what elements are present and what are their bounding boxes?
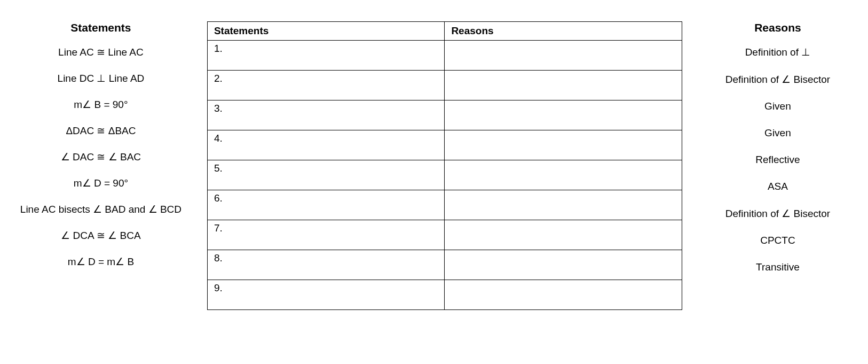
- reason-cell[interactable]: [445, 130, 682, 160]
- statement-bank-item[interactable]: Line AC ≅ Line AC: [11, 46, 191, 58]
- table-row: 1.: [207, 41, 682, 71]
- proof-table-container: Statements Reasons 1. 2. 3. 4. 5.: [207, 21, 682, 310]
- reason-bank-item[interactable]: CPCTC: [698, 235, 857, 246]
- reason-bank-item[interactable]: Given: [698, 127, 857, 139]
- reason-cell[interactable]: [445, 280, 682, 310]
- statement-cell[interactable]: 3.: [207, 100, 445, 130]
- proof-table-header-reasons: Reasons: [445, 22, 682, 41]
- reason-bank-item[interactable]: Definition of ∠ Bisector: [698, 207, 857, 220]
- reason-cell[interactable]: [445, 160, 682, 190]
- proof-table: Statements Reasons 1. 2. 3. 4. 5.: [207, 21, 682, 310]
- table-row: 8.: [207, 250, 682, 280]
- reasons-bank-heading: Reasons: [698, 21, 857, 34]
- table-row: 2.: [207, 71, 682, 100]
- statement-bank-item[interactable]: ΔDAC ≅ ΔBAC: [11, 125, 191, 137]
- reason-bank-item[interactable]: Given: [698, 100, 857, 112]
- reason-cell[interactable]: [445, 250, 682, 280]
- statement-cell[interactable]: 8.: [207, 250, 445, 280]
- reason-bank-item[interactable]: Definition of ∠ Bisector: [698, 73, 857, 86]
- statement-bank-item[interactable]: Line DC ⊥ Line AD: [11, 72, 191, 84]
- reason-cell[interactable]: [445, 100, 682, 130]
- reason-cell[interactable]: [445, 71, 682, 100]
- table-row: 5.: [207, 160, 682, 190]
- table-row: 3.: [207, 100, 682, 130]
- table-row: 7.: [207, 220, 682, 250]
- statements-bank-heading: Statements: [11, 21, 191, 34]
- statement-bank-item[interactable]: m∠ D = 90°: [11, 177, 191, 189]
- statements-bank: Statements Line AC ≅ Line AC Line DC ⊥ L…: [11, 21, 191, 282]
- statement-cell[interactable]: 9.: [207, 280, 445, 310]
- statement-cell[interactable]: 6.: [207, 190, 445, 220]
- reason-bank-item[interactable]: Transitive: [698, 261, 857, 273]
- statement-bank-item[interactable]: Line AC bisects ∠ BAD and ∠ BCD: [11, 203, 191, 215]
- reason-bank-item[interactable]: ASA: [698, 181, 857, 192]
- reason-bank-item[interactable]: Reflective: [698, 154, 857, 166]
- statement-bank-item[interactable]: ∠ DCA ≅ ∠ BCA: [11, 229, 191, 242]
- statement-cell[interactable]: 2.: [207, 71, 445, 100]
- statement-cell[interactable]: 1.: [207, 41, 445, 71]
- table-row: 9.: [207, 280, 682, 310]
- reason-bank-item[interactable]: Definition of ⊥: [698, 46, 857, 58]
- reason-cell[interactable]: [445, 220, 682, 250]
- proof-table-body: 1. 2. 3. 4. 5. 6.: [207, 41, 682, 310]
- proof-table-header-row: Statements Reasons: [207, 22, 682, 41]
- statement-cell[interactable]: 5.: [207, 160, 445, 190]
- table-row: 4.: [207, 130, 682, 160]
- table-row: 6.: [207, 190, 682, 220]
- proof-table-header-statements: Statements: [207, 22, 445, 41]
- statement-bank-item[interactable]: ∠ DAC ≅ ∠ BAC: [11, 151, 191, 163]
- statement-bank-item[interactable]: m∠ B = 90°: [11, 98, 191, 111]
- reason-cell[interactable]: [445, 41, 682, 71]
- reason-cell[interactable]: [445, 190, 682, 220]
- statement-cell[interactable]: 4.: [207, 130, 445, 160]
- statement-cell[interactable]: 7.: [207, 220, 445, 250]
- statement-bank-item[interactable]: m∠ D = m∠ B: [11, 255, 191, 268]
- reasons-bank: Reasons Definition of ⊥ Definition of ∠ …: [698, 21, 857, 288]
